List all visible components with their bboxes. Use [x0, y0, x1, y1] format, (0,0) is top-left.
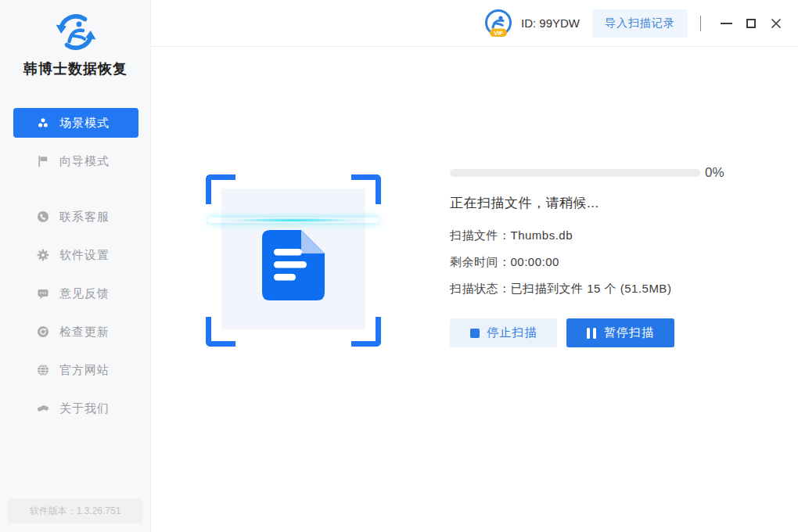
scene-mode-icon — [37, 117, 49, 129]
sidebar-item-label: 检查更新 — [59, 325, 110, 340]
sidebar-item-contact-support[interactable]: 联系客服 — [13, 202, 138, 232]
scan-file-value: Thumbs.db — [511, 228, 573, 242]
sidebar-item-label: 向导模式 — [59, 154, 110, 169]
minimize-icon — [721, 23, 732, 24]
close-icon — [771, 18, 782, 29]
app-title: 韩博士数据恢复 — [0, 59, 151, 78]
pause-scan-button[interactable]: 暂停扫描 — [566, 318, 674, 347]
scan-state-label: 扫描状态： — [450, 282, 511, 295]
progress-percent: 0% — [705, 165, 724, 181]
frame-corner-icon — [206, 174, 235, 204]
settings-gear-icon — [37, 249, 49, 261]
sidebar-item-feedback[interactable]: 意见反馈 — [13, 279, 138, 308]
sidebar-item-label: 软件设置 — [59, 248, 110, 263]
check-update-icon — [37, 325, 49, 338]
app-logo-icon — [51, 9, 101, 55]
document-file-icon — [262, 230, 325, 300]
time-remaining-row: 剩余时间：00:00:00 — [450, 255, 559, 270]
frame-corner-icon — [351, 174, 381, 204]
scan-state-row: 扫描状态：已扫描到文件 15 个 (51.5MB) — [450, 282, 671, 297]
maximize-button[interactable] — [740, 12, 762, 35]
sidebar-item-wizard-mode[interactable]: 向导模式 — [13, 146, 138, 176]
sidebar-item-scene-mode[interactable]: 场景模式 — [13, 108, 138, 138]
svg-text:VIP: VIP — [494, 29, 503, 36]
scan-beam — [208, 217, 379, 223]
pause-scan-label: 暂停扫描 — [604, 325, 654, 340]
sidebar-item-label: 联系客服 — [59, 210, 110, 225]
user-avatar[interactable]: VIP — [483, 9, 513, 38]
title-bar: VIP ID: 99YDW 导入扫描记录 — [151, 0, 798, 47]
stop-scan-label: 停止扫描 — [487, 325, 537, 340]
scan-file-row: 扫描文件：Thumbs.db — [450, 228, 573, 243]
scan-state-value: 已扫描到文件 15 个 (51.5MB) — [511, 282, 672, 295]
sidebar-item-label: 意见反馈 — [59, 286, 110, 301]
feedback-chat-icon — [37, 287, 49, 300]
about-handshake-icon — [37, 402, 49, 415]
frame-corner-icon — [351, 317, 381, 347]
pause-icon — [587, 328, 596, 339]
import-scan-records-button[interactable]: 导入扫描记录 — [592, 9, 688, 38]
minimize-button[interactable] — [715, 12, 737, 35]
sidebar-item-check-update[interactable]: 检查更新 — [13, 317, 138, 347]
sidebar-item-settings[interactable]: 软件设置 — [13, 240, 138, 270]
time-remaining-value: 00:00:00 — [511, 255, 559, 268]
sidebar-item-label: 场景模式 — [59, 116, 110, 131]
version-badge: 软件版本：1.3.26.751 — [8, 498, 142, 523]
scan-file-label: 扫描文件： — [450, 228, 511, 242]
scan-status-message: 正在扫描文件，请稍候... — [450, 194, 599, 212]
app-window: 韩博士数据恢复 场景模式 向导模式 联 — [0, 0, 798, 532]
stop-scan-button[interactable]: 停止扫描 — [450, 318, 557, 347]
frame-corner-icon — [206, 317, 235, 347]
sidebar-nav: 场景模式 向导模式 联系客服 — [13, 108, 138, 423]
scan-progress-bar — [450, 169, 700, 177]
wizard-mode-icon — [37, 155, 49, 167]
stop-icon — [470, 329, 480, 338]
brand: 韩博士数据恢复 — [0, 9, 151, 78]
vip-avatar-icon: VIP — [483, 9, 513, 38]
close-button[interactable] — [765, 12, 787, 35]
sidebar-item-about-us[interactable]: 关于我们 — [13, 394, 138, 423]
website-globe-icon — [37, 364, 49, 376]
sidebar-item-label: 关于我们 — [59, 401, 110, 416]
maximize-icon — [746, 19, 756, 28]
header-divider — [700, 16, 701, 31]
sidebar: 韩博士数据恢复 场景模式 向导模式 联 — [0, 0, 151, 532]
time-remaining-label: 剩余时间： — [450, 255, 511, 268]
sidebar-item-label: 官方网站 — [59, 363, 110, 378]
user-id-text: ID: 99YDW — [521, 16, 580, 30]
sidebar-item-official-website[interactable]: 官方网站 — [13, 355, 138, 385]
contact-support-icon — [37, 210, 49, 223]
